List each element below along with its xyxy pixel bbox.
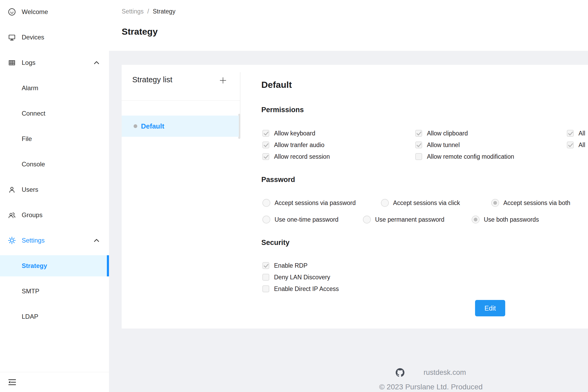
checkbox-checked-icon — [262, 130, 269, 137]
checkbox-truncated-1[interactable]: All — [567, 127, 588, 139]
radio-unselected-icon — [262, 199, 270, 207]
radio-unselected-icon — [262, 216, 270, 224]
sidebar-item-label: Logs — [22, 59, 35, 66]
password-accept-row: Accept sessions via password Accept sess… — [262, 197, 588, 209]
radio-unselected-icon — [363, 216, 371, 224]
checkbox-allow-clipboard[interactable]: Allow clipboard — [415, 127, 514, 139]
radio-selected-icon — [491, 199, 499, 207]
strategy-list-item-default[interactable]: Default — [122, 116, 239, 137]
sidebar-item-label: Strategy — [22, 262, 47, 270]
radio-accept-sessions-via-password[interactable]: Accept sessions via password — [262, 197, 356, 209]
radio-use-one-time-password[interactable]: Use one-time password — [262, 214, 339, 225]
radio-accept-sessions-via-both[interactable]: Accept sessions via both — [491, 197, 570, 209]
sidebar-item-users[interactable]: Users — [0, 179, 109, 200]
github-icon[interactable] — [396, 368, 404, 377]
checkbox-checked-icon — [262, 153, 269, 160]
breadcrumb-settings[interactable]: Settings — [122, 8, 144, 15]
page-title: Strategy — [122, 26, 158, 37]
rustdesk-console-page: Settings / Strategy Strategy Welcome — [0, 0, 588, 392]
checkbox-enable-direct-ip-access[interactable]: Enable Direct IP Access — [262, 283, 339, 295]
permissions-column-2: Allow clipboard Allow tunnel Allow remot… — [415, 127, 514, 162]
checkbox-enable-rdp[interactable]: Enable RDP — [262, 260, 339, 271]
sidebar-item-file[interactable]: File — [0, 128, 109, 149]
sidebar-item-label: Console — [22, 161, 45, 168]
checkbox-allow-keyboard[interactable]: Allow keyboard — [262, 127, 330, 139]
checkbox-allow-record-session[interactable]: Allow record session — [262, 151, 330, 162]
sidebar-item-smtp[interactable]: SMTP — [0, 281, 109, 302]
sidebar-item-connect[interactable]: Connect — [0, 103, 109, 124]
permissions-column-3: All All — [567, 127, 588, 151]
strategy-detail-title: Default — [261, 80, 292, 90]
monitor-icon — [8, 33, 16, 41]
sidebar-item-label: Connect — [22, 110, 45, 117]
strategy-list-title: Strategy list — [132, 75, 172, 84]
password-heading: Password — [261, 176, 295, 184]
sidebar-item-label: LDAP — [22, 313, 38, 320]
plus-icon[interactable] — [219, 76, 227, 84]
radio-use-permanent-password[interactable]: Use permanent password — [363, 214, 444, 225]
page-header: Settings / Strategy Strategy — [109, 0, 588, 51]
chevron-up-icon[interactable] — [94, 61, 99, 65]
sidebar-item-label: Alarm — [22, 84, 38, 92]
radio-use-both-passwords[interactable]: Use both passwords — [472, 214, 539, 225]
sidebar-item-settings[interactable]: Settings — [0, 230, 109, 251]
footer-link-row[interactable]: rustdesk.com — [396, 368, 466, 377]
sidebar-nav: Welcome Devices Logs — [0, 0, 109, 327]
permissions-column-1: Allow keyboard Allow tranfer audio Allow… — [262, 127, 330, 162]
checkbox-checked-icon — [415, 130, 422, 137]
radio-selected-icon — [472, 216, 480, 224]
sidebar-item-strategy[interactable]: Strategy — [0, 255, 109, 276]
smiley-icon — [8, 8, 16, 16]
sidebar-item-welcome[interactable]: Welcome — [0, 1, 109, 22]
checkbox-allow-tranfer-audio[interactable]: Allow tranfer audio — [262, 139, 330, 151]
checkbox-checked-icon — [567, 130, 574, 137]
sidebar-item-label: Groups — [22, 211, 43, 219]
list-header-divider — [122, 100, 240, 101]
users-icon — [8, 211, 16, 219]
chevron-up-icon[interactable] — [94, 238, 99, 243]
security-column: Enable RDP Deny LAN Discovery Enable Dir… — [262, 260, 339, 295]
checkbox-unchecked-icon — [262, 285, 269, 292]
gear-icon — [8, 236, 16, 244]
sidebar-item-groups[interactable]: Groups — [0, 204, 109, 226]
checkbox-unchecked-icon — [415, 153, 422, 160]
sidebar-item-label: Users — [22, 186, 38, 193]
sidebar-item-label: File — [22, 135, 32, 143]
sidebar: Welcome Devices Logs — [0, 0, 109, 392]
checkbox-allow-remote-config-modification[interactable]: Allow remote config modification — [415, 151, 514, 162]
sidebar-item-label: Settings — [22, 237, 45, 244]
copyright-text: © 2023 Purslane Ltd. Produced — [379, 383, 482, 391]
checkbox-checked-icon — [567, 142, 574, 148]
strategy-card: Strategy list Default Default Permission… — [122, 65, 588, 329]
permissions-heading: Permissions — [261, 106, 304, 114]
checkbox-deny-lan-discovery[interactable]: Deny LAN Discovery — [262, 271, 339, 283]
table-icon — [8, 59, 16, 67]
sidebar-item-ldap[interactable]: LDAP — [0, 306, 109, 327]
dot-icon — [134, 124, 137, 128]
edit-button[interactable]: Edit — [475, 300, 505, 316]
rustdesk-link[interactable]: rustdesk.com — [423, 368, 466, 377]
menu-fold-icon[interactable] — [8, 379, 16, 386]
security-heading: Security — [261, 239, 290, 247]
user-icon — [8, 186, 16, 194]
page-footer: rustdesk.com © 2023 Purslane Ltd. Produc… — [352, 368, 510, 391]
strategy-item-name: Default — [141, 122, 164, 130]
sidebar-item-label: Devices — [22, 34, 44, 41]
checkbox-unchecked-icon — [262, 274, 269, 281]
checkbox-checked-icon — [262, 262, 269, 269]
breadcrumb-strategy: Strategy — [153, 8, 176, 15]
sidebar-item-label: Welcome — [22, 8, 48, 16]
sidebar-item-logs[interactable]: Logs — [0, 52, 109, 73]
password-type-row: Use one-time password Use permanent pass… — [262, 214, 588, 225]
sidebar-item-devices[interactable]: Devices — [0, 27, 109, 48]
sidebar-item-label: SMTP — [22, 288, 39, 295]
radio-accept-sessions-via-click[interactable]: Accept sessions via click — [381, 197, 460, 209]
breadcrumb: Settings / Strategy — [122, 8, 175, 15]
sidebar-footer — [0, 372, 109, 392]
checkbox-allow-tunnel[interactable]: Allow tunnel — [415, 139, 514, 151]
checkbox-truncated-2[interactable]: All — [567, 139, 588, 151]
radio-unselected-icon — [381, 199, 389, 207]
breadcrumb-separator: / — [147, 8, 149, 15]
sidebar-item-console[interactable]: Console — [0, 154, 109, 175]
sidebar-item-alarm[interactable]: Alarm — [0, 78, 109, 99]
